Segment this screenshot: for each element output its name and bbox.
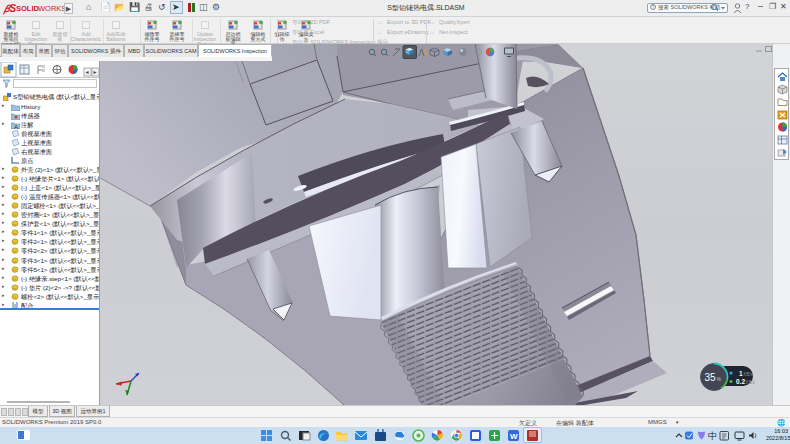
svg-text:KB/s: KB/s (744, 372, 754, 377)
svg-text:0.2: 0.2 (736, 378, 745, 385)
svg-text:KB/s: KB/s (746, 380, 756, 385)
svg-text:WORKS: WORKS (38, 4, 66, 13)
svg-text:中: 中 (708, 431, 717, 441)
svg-text:35: 35 (705, 372, 717, 383)
svg-text:%: % (717, 376, 722, 382)
svg-text:W: W (510, 432, 518, 441)
svg-text:▸: ▸ (94, 69, 97, 75)
svg-text:𝛽S: 𝛽S (2, 3, 16, 15)
svg-text:◂: ◂ (86, 69, 89, 75)
svg-text:SOLID: SOLID (16, 4, 40, 13)
svg-text:1: 1 (739, 370, 743, 377)
svg-text:A: A (14, 124, 18, 130)
